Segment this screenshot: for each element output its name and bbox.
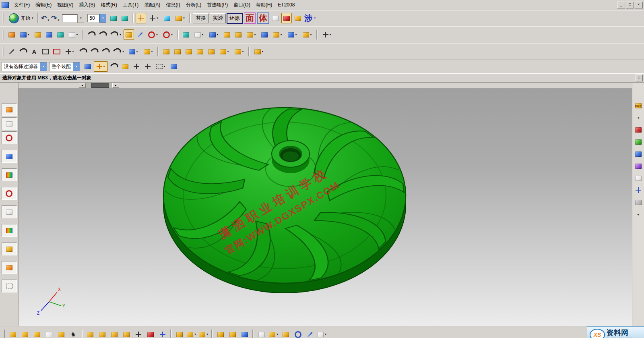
- sketch-icon[interactable]: [44, 29, 54, 40]
- snapshot-icon[interactable]: [56, 329, 67, 338]
- toolbar-grip[interactable]: [2, 47, 4, 56]
- pin-component-icon[interactable]: [109, 329, 120, 338]
- fit-spline-icon[interactable]: [89, 46, 99, 57]
- body-display-button[interactable]: 体: [257, 12, 269, 24]
- assembly-navigator-icon[interactable]: [633, 137, 644, 147]
- isometric-view-icon[interactable]: [169, 61, 179, 72]
- reference-sets-icon[interactable]: [256, 329, 267, 338]
- rectangle-icon[interactable]: [40, 46, 51, 57]
- trim-body-icon[interactable]: ▼: [320, 29, 334, 40]
- show-dof-icon[interactable]: [157, 329, 168, 338]
- direct-modeling-icon[interactable]: [6, 29, 17, 40]
- wave-geometry-linker-icon[interactable]: [227, 329, 238, 338]
- checker-pattern-icon[interactable]: [43, 329, 55, 338]
- tile-windows-icon[interactable]: [2, 103, 17, 116]
- text-icon[interactable]: A: [29, 46, 39, 57]
- point-constructor-icon[interactable]: [2, 131, 17, 144]
- internet-navigator-icon[interactable]: [633, 197, 644, 207]
- selection-scope-combo[interactable]: 整个装配 ▼: [49, 62, 80, 71]
- plot-manager-icon[interactable]: [2, 150, 17, 163]
- menu-item-I[interactable]: 信息(I): [163, 0, 183, 10]
- measure-angle-icon[interactable]: ▼: [173, 13, 187, 23]
- internet-explorer-icon[interactable]: [2, 168, 17, 181]
- sequence-horse-icon[interactable]: ♞: [68, 329, 79, 338]
- cascade-windows-icon[interactable]: [2, 117, 17, 130]
- rectangle-select-icon[interactable]: ▼: [154, 61, 168, 72]
- menu-item-S[interactable]: 插入(S): [76, 0, 98, 10]
- line-icon[interactable]: [135, 29, 145, 40]
- menu-item-E[interactable]: 编辑(E): [33, 0, 54, 10]
- toolbar-grip[interactable]: [2, 13, 4, 23]
- studio-spline-icon[interactable]: [78, 46, 88, 57]
- viewport-scrollbar[interactable]: ◄ ►: [79, 83, 119, 88]
- sheet-body-icon[interactable]: [222, 29, 232, 40]
- snap-point-toggle-icon[interactable]: [136, 13, 146, 23]
- open-component-icon[interactable]: [19, 329, 31, 338]
- project-curve-icon[interactable]: [86, 29, 97, 40]
- block-icon[interactable]: [259, 29, 270, 40]
- restore-button-display[interactable]: 还原: [227, 13, 243, 24]
- red-solid-display-icon[interactable]: [281, 13, 292, 23]
- gold-solid-display-icon[interactable]: [293, 13, 303, 23]
- collapse-top-arrow-icon[interactable]: ◂: [633, 112, 644, 123]
- chevron-down-icon[interactable]: ▼: [40, 62, 47, 71]
- assembly-preview-icon[interactable]: [83, 61, 93, 72]
- layer-settings-icon[interactable]: ▼: [232, 46, 246, 57]
- section-curve-icon[interactable]: ▼: [109, 29, 123, 40]
- see-through-button[interactable]: 实透: [210, 13, 226, 23]
- layer-dropdown-icon[interactable]: ▼: [99, 14, 106, 23]
- datum-csys-icon[interactable]: [33, 29, 43, 40]
- spectrum-icon[interactable]: [2, 224, 17, 237]
- arrangements-icon[interactable]: ▼: [198, 329, 209, 338]
- mirror-assembly-icon[interactable]: [174, 329, 185, 338]
- replace-button[interactable]: 替换: [193, 13, 209, 23]
- quilt-warning-icon[interactable]: [195, 46, 205, 57]
- add-component-icon[interactable]: [85, 329, 96, 338]
- undo-icon[interactable]: ↶: [41, 14, 47, 23]
- sphere-primitive-icon[interactable]: [181, 29, 191, 40]
- toolbar-grip[interactable]: [2, 30, 4, 39]
- component-box-icon[interactable]: [31, 329, 43, 338]
- selection-filter-combo[interactable]: 没有选择过滤器 ▼: [2, 62, 47, 71]
- menu-item-A[interactable]: 装配(A): [141, 0, 163, 10]
- helix-icon[interactable]: ▼: [126, 46, 140, 57]
- associative-copy-icon[interactable]: [124, 29, 134, 40]
- cylinder-icon[interactable]: ▼: [270, 29, 285, 40]
- patch-body-icon[interactable]: [172, 46, 183, 57]
- reuse-library-icon[interactable]: [633, 173, 644, 183]
- tube-icon[interactable]: ▼: [300, 29, 314, 40]
- templates-icon[interactable]: T: [633, 124, 644, 135]
- profile-arc-icon[interactable]: [18, 46, 28, 57]
- wave-link-icon[interactable]: [184, 46, 194, 57]
- find-component-icon[interactable]: [7, 329, 19, 338]
- scroll-thumb[interactable]: [91, 83, 109, 88]
- enlarge-face-icon[interactable]: [206, 46, 217, 57]
- sew-icon[interactable]: [161, 46, 171, 57]
- measure-distance-icon[interactable]: [162, 13, 172, 23]
- layer-value[interactable]: 50: [87, 14, 99, 22]
- suppress-component-icon[interactable]: [121, 329, 132, 338]
- menu-item-R[interactable]: 格式(R): [98, 0, 120, 10]
- grid-icon[interactable]: [2, 280, 17, 292]
- dynamic-rotate-icon[interactable]: [131, 61, 142, 72]
- menu-item-H[interactable]: 帮助(H): [253, 0, 275, 10]
- impeller-3d-model[interactable]: [19, 88, 632, 326]
- primitive-option-icon[interactable]: ▼: [192, 29, 206, 40]
- assembly-cut-icon[interactable]: [280, 329, 291, 338]
- swatch-dropdown-icon[interactable]: ▼: [77, 14, 84, 23]
- graphics-viewport[interactable]: ◄ ►: [19, 83, 632, 326]
- combine-curve-icon[interactable]: [97, 29, 108, 40]
- restore-button[interactable]: □: [626, 2, 634, 8]
- menu-item-T[interactable]: 工具(T): [120, 0, 141, 10]
- history-icon[interactable]: [2, 187, 17, 200]
- point-icon[interactable]: ▼: [63, 46, 77, 57]
- information-window-icon[interactable]: [2, 205, 17, 218]
- layer-visible-icon[interactable]: [120, 13, 130, 23]
- minimize-button[interactable]: _: [617, 2, 625, 8]
- scroll-track[interactable]: [86, 83, 112, 88]
- datum-plane-icon[interactable]: ▼: [18, 29, 32, 40]
- exploded-views-icon[interactable]: ▼: [186, 329, 197, 338]
- component-info-icon[interactable]: [292, 329, 303, 338]
- bridge-curve-icon[interactable]: [100, 46, 111, 57]
- point-snap-options-icon[interactable]: ▼: [147, 13, 161, 23]
